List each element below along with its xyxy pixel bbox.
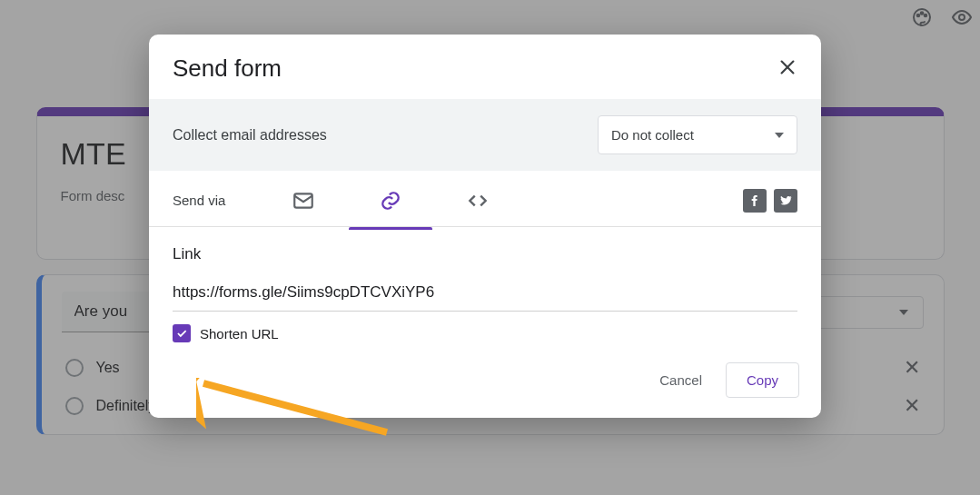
- close-icon: [777, 57, 797, 77]
- shorten-url-label: Shorten URL: [200, 326, 279, 342]
- close-button[interactable]: [777, 57, 797, 81]
- share-twitter-button[interactable]: [774, 189, 797, 213]
- link-heading: Link: [173, 245, 797, 263]
- chevron-down-icon: [775, 133, 784, 138]
- link-panel: Link Shorten URL: [149, 227, 821, 350]
- dialog-title: Send form: [173, 54, 282, 83]
- tab-link[interactable]: [347, 173, 434, 229]
- link-icon: [379, 189, 402, 213]
- collect-emails-select[interactable]: Do not collect: [598, 115, 797, 154]
- tab-embed[interactable]: [434, 173, 521, 229]
- collect-emails-row: Collect email addresses Do not collect: [149, 99, 821, 171]
- check-icon: [175, 327, 188, 340]
- cancel-button[interactable]: Cancel: [645, 363, 717, 397]
- collect-emails-label: Collect email addresses: [173, 127, 327, 144]
- copy-button[interactable]: Copy: [726, 362, 799, 398]
- collect-emails-value: Do not collect: [611, 127, 694, 143]
- share-facebook-button[interactable]: [743, 189, 767, 213]
- tab-email[interactable]: [260, 173, 347, 229]
- code-icon: [466, 189, 490, 213]
- shorten-url-checkbox[interactable]: [173, 324, 191, 342]
- mail-icon: [292, 189, 315, 213]
- facebook-icon: [747, 193, 762, 208]
- send-form-dialog: Send form Collect email addresses Do not…: [149, 35, 821, 418]
- twitter-icon: [778, 193, 793, 208]
- dialog-actions: Cancel Copy: [149, 350, 821, 418]
- link-url-input[interactable]: [173, 278, 797, 312]
- send-via-label: Send via: [173, 193, 225, 208]
- send-via-tabs: Send via: [149, 171, 821, 227]
